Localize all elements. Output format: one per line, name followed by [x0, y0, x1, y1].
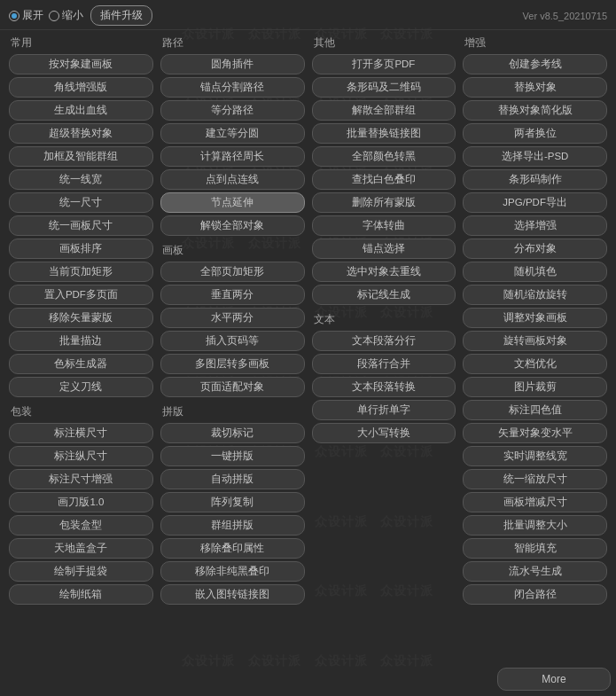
- btn-天地盖盒子[interactable]: 天地盖盒子: [9, 538, 153, 559]
- btn-节点延伸[interactable]: 节点延伸: [160, 192, 305, 213]
- btn-生成出血线[interactable]: 生成出血线: [9, 100, 153, 121]
- collapse-radio-circle: [49, 11, 59, 21]
- btn-流水号生成[interactable]: 流水号生成: [463, 561, 607, 582]
- btn-插入页码等[interactable]: 插入页码等: [160, 331, 305, 351]
- btn-多图层转多画板[interactable]: 多图层转多画板: [160, 354, 305, 374]
- btn-自动拼版[interactable]: 自动拼版: [160, 469, 305, 489]
- btn-条形码及二维码[interactable]: 条形码及二维码: [312, 77, 456, 98]
- btn-随机填色[interactable]: 随机填色: [463, 262, 607, 282]
- btn-画板增减尺寸[interactable]: 画板增减尺寸: [463, 492, 607, 512]
- btn-统一缩放尺寸[interactable]: 统一缩放尺寸: [463, 469, 607, 489]
- btn-置入PDF多页面[interactable]: 置入PDF多页面: [9, 285, 153, 305]
- enhance-btn-list: 创建参考线 替换对象 替换对象简化版 两者换位 选择导出-PSD 条形码制作 J…: [463, 54, 607, 605]
- btn-加框及智能群组[interactable]: 加框及智能群组: [9, 146, 153, 167]
- btn-标注横尺寸[interactable]: 标注横尺寸: [9, 423, 153, 443]
- section-canvas-title: 画板: [160, 243, 305, 258]
- btn-建立等分圆[interactable]: 建立等分圆: [160, 123, 305, 144]
- btn-移除非纯黑叠印[interactable]: 移除非纯黑叠印: [160, 561, 305, 582]
- btn-解散全部群组[interactable]: 解散全部群组: [312, 100, 456, 121]
- more-button[interactable]: More: [497, 668, 611, 691]
- btn-删除所有蒙版[interactable]: 删除所有蒙版: [312, 192, 456, 213]
- btn-选中对象去重线[interactable]: 选中对象去重线: [312, 262, 456, 282]
- btn-超级替换对象[interactable]: 超级替换对象: [9, 123, 153, 144]
- canvas-btn-list: 全部页加矩形 垂直两分 水平两分 插入页码等 多图层转多画板 页面适配对象: [160, 262, 305, 397]
- btn-包装盒型[interactable]: 包装盒型: [9, 515, 153, 536]
- top-bar: 展开 缩小 插件升级 Ver v8.5_20210715: [0, 0, 616, 30]
- btn-统一画板尺寸[interactable]: 统一画板尺寸: [9, 215, 153, 236]
- btn-批量替换链接图[interactable]: 批量替换链接图: [312, 123, 456, 144]
- layout-btn-list: 裁切标记 一键拼版 自动拼版 阵列复制 群组拼版 移除叠印属性 移除非纯黑叠印 …: [160, 423, 305, 605]
- btn-绘制纸箱[interactable]: 绘制纸箱: [9, 584, 153, 605]
- btn-分布对象[interactable]: 分布对象: [463, 239, 607, 259]
- section-enhance-title: 增强: [463, 35, 607, 51]
- btn-标记线生成[interactable]: 标记线生成: [312, 285, 456, 305]
- btn-嵌入图转链接图[interactable]: 嵌入图转链接图: [160, 584, 305, 605]
- btn-文档优化[interactable]: 文档优化: [463, 354, 607, 374]
- btn-锚点分割路径[interactable]: 锚点分割路径: [160, 77, 305, 98]
- expand-radio[interactable]: 展开: [9, 8, 43, 23]
- btn-随机缩放旋转[interactable]: 随机缩放旋转: [463, 285, 607, 305]
- btn-智能填充[interactable]: 智能填充: [463, 538, 607, 559]
- btn-图片裁剪[interactable]: 图片裁剪: [463, 377, 607, 397]
- btn-查找白色叠印[interactable]: 查找白色叠印: [312, 169, 456, 190]
- btn-批量调整大小[interactable]: 批量调整大小: [463, 515, 607, 536]
- btn-计算路径周长[interactable]: 计算路径周长: [160, 146, 305, 167]
- btn-解锁全部对象[interactable]: 解锁全部对象: [160, 215, 305, 236]
- btn-段落行合并[interactable]: 段落行合并: [312, 354, 456, 374]
- btn-全部页加矩形[interactable]: 全部页加矩形: [160, 262, 305, 282]
- other-btn-list: 打开多页PDF 条形码及二维码 解散全部群组 批量替换链接图 全部颜色转黑 查找…: [312, 54, 456, 305]
- btn-全部颜色转黑[interactable]: 全部颜色转黑: [312, 146, 456, 167]
- btn-实时调整线宽[interactable]: 实时调整线宽: [463, 446, 607, 466]
- btn-批量描边[interactable]: 批量描边: [9, 331, 153, 351]
- btn-移除矢量蒙版[interactable]: 移除矢量蒙版: [9, 308, 153, 328]
- btn-标注尺寸增强[interactable]: 标注尺寸增强: [9, 469, 153, 489]
- btn-统一线宽[interactable]: 统一线宽: [9, 169, 153, 190]
- btn-旋转画板对象[interactable]: 旋转画板对象: [463, 331, 607, 351]
- btn-按对象建画板[interactable]: 按对象建画板: [9, 54, 153, 74]
- btn-调整对象画板[interactable]: 调整对象画板: [463, 308, 607, 328]
- btn-垂直两分[interactable]: 垂直两分: [160, 285, 305, 305]
- btn-文本段落分行[interactable]: 文本段落分行: [312, 331, 456, 351]
- btn-画刀版[interactable]: 画刀版1.0: [9, 492, 153, 512]
- btn-替换对象[interactable]: 替换对象: [463, 77, 607, 98]
- btn-字体转曲[interactable]: 字体转曲: [312, 215, 456, 236]
- btn-页面适配对象[interactable]: 页面适配对象: [160, 377, 305, 397]
- btn-色标生成器[interactable]: 色标生成器: [9, 354, 153, 374]
- btn-群组拼版[interactable]: 群组拼版: [160, 515, 305, 536]
- btn-闭合路径[interactable]: 闭合路径: [463, 584, 607, 605]
- btn-文本段落转换[interactable]: 文本段落转换: [312, 377, 456, 397]
- btn-等分路径[interactable]: 等分路径: [160, 100, 305, 121]
- btn-定义刀线[interactable]: 定义刀线: [9, 377, 153, 397]
- collapse-radio[interactable]: 缩小: [49, 8, 83, 23]
- btn-统一尺寸[interactable]: 统一尺寸: [9, 192, 153, 213]
- btn-角线增强版[interactable]: 角线增强版: [9, 77, 153, 98]
- btn-选择导出PSD[interactable]: 选择导出-PSD: [463, 146, 607, 167]
- btn-标注四色值[interactable]: 标注四色值: [463, 400, 607, 420]
- btn-水平两分[interactable]: 水平两分: [160, 308, 305, 328]
- btn-锚点选择[interactable]: 锚点选择: [312, 239, 456, 259]
- btn-单行折单字[interactable]: 单行折单字: [312, 400, 456, 420]
- upgrade-button[interactable]: 插件升级: [90, 5, 152, 26]
- btn-大小写转换[interactable]: 大小写转换: [312, 423, 456, 443]
- section-common-title: 常用: [9, 35, 153, 51]
- btn-裁切标记[interactable]: 裁切标记: [160, 423, 305, 443]
- btn-圆角插件[interactable]: 圆角插件: [160, 54, 305, 74]
- btn-替换对象简化版[interactable]: 替换对象简化版: [463, 100, 607, 121]
- btn-两者换位[interactable]: 两者换位: [463, 123, 607, 144]
- btn-创建参考线[interactable]: 创建参考线: [463, 54, 607, 74]
- btn-移除叠印属性[interactable]: 移除叠印属性: [160, 538, 305, 559]
- btn-当前页加矩形[interactable]: 当前页加矩形: [9, 262, 153, 282]
- btn-绘制手提袋[interactable]: 绘制手提袋: [9, 561, 153, 582]
- btn-矢量对象变水平[interactable]: 矢量对象变水平: [463, 423, 607, 443]
- btn-点到点连线[interactable]: 点到点连线: [160, 169, 305, 190]
- section-package-title: 包装: [9, 404, 153, 419]
- btn-画板排序[interactable]: 画板排序: [9, 239, 153, 259]
- btn-JPG-PDF导出[interactable]: JPG/PDF导出: [463, 192, 607, 213]
- btn-阵列复制[interactable]: 阵列复制: [160, 492, 305, 512]
- btn-打开多页PDF[interactable]: 打开多页PDF: [312, 54, 456, 74]
- btn-一键拼版[interactable]: 一键拼版: [160, 446, 305, 466]
- btn-条形码制作[interactable]: 条形码制作: [463, 169, 607, 190]
- section-text-title: 文本: [312, 312, 456, 327]
- btn-选择增强[interactable]: 选择增强: [463, 215, 607, 236]
- btn-标注纵尺寸[interactable]: 标注纵尺寸: [9, 446, 153, 466]
